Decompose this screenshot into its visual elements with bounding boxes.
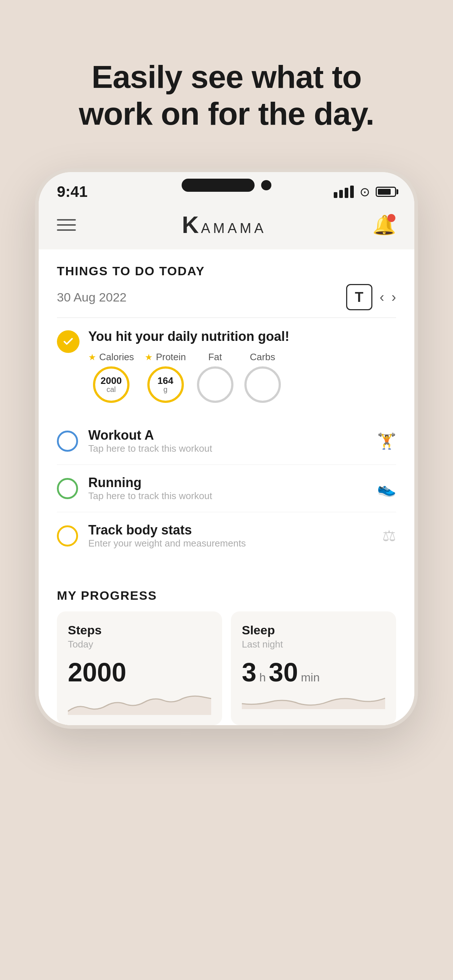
steps-card-title: Steps [68, 623, 211, 637]
macro-protein-label: ★ Protein [145, 352, 186, 363]
signal-bar-1 [334, 192, 337, 198]
check-icon [62, 336, 74, 347]
macro-calories-label: ★ Calories [88, 352, 134, 363]
calories-unit: cal [107, 385, 116, 394]
protein-value: 164 [158, 376, 173, 385]
calories-circle: 2000 cal [93, 366, 129, 403]
hamburger-line-1 [57, 219, 76, 221]
status-bar: 9:41 ⊙ [39, 172, 414, 204]
hamburger-line-2 [57, 224, 76, 226]
carbs-label-text: Carbs [250, 352, 275, 363]
sleep-hours: 3 [242, 657, 257, 687]
status-icons: ⊙ [334, 185, 396, 199]
sleep-minutes: 30 [269, 657, 298, 687]
body-stats-circle [57, 525, 78, 547]
date-nav: T ‹ › [346, 284, 396, 310]
hero-line2: work on for the day. [79, 95, 374, 132]
sleep-hours-unit: h [259, 671, 266, 684]
date-label: 30 Aug 2022 [57, 290, 126, 304]
protein-circle: 164 g [147, 366, 184, 403]
status-time: 9:41 [57, 183, 88, 200]
signal-bar-2 [339, 190, 343, 198]
macros-row: ★ Calories 2000 cal ★ Protein [88, 352, 396, 403]
sleep-card[interactable]: Sleep Last night 3 h 30 min [231, 611, 396, 725]
macro-carbs: Carbs [244, 352, 281, 403]
phone-frame: 9:41 ⊙ KAMAMA 🔔 [35, 169, 418, 729]
notification-dot [388, 214, 396, 222]
today-section-title: THINGS TO DO TODAY [57, 264, 396, 278]
steps-card[interactable]: Steps Today 2000 [57, 611, 222, 725]
nutrition-check [57, 330, 80, 353]
app-header: KAMAMA 🔔 [39, 204, 414, 250]
sleep-card-title: Sleep [242, 623, 385, 637]
macro-fat-label: Fat [208, 352, 222, 363]
prev-day-button[interactable]: ‹ [380, 290, 384, 305]
workout-a-icon: 🏋 [377, 432, 396, 450]
workout-a-name: Workout A [88, 428, 367, 443]
body-stats-sub: Enter your weight and measurements [88, 538, 372, 549]
hero-line1: Easily see what to [91, 59, 362, 95]
protein-unit: g [163, 385, 167, 394]
today-button[interactable]: T [346, 284, 372, 310]
date-row: 30 Aug 2022 T ‹ › [57, 284, 396, 318]
macro-calories: ★ Calories 2000 cal [88, 352, 134, 403]
steps-card-subtitle: Today [68, 639, 211, 650]
running-item[interactable]: Running Tap here to track this workout 👟 [57, 465, 396, 512]
sleep-wave-chart [242, 687, 385, 709]
battery-fill [378, 189, 391, 195]
logo-k: K [182, 212, 201, 238]
progress-section: MY PROGRESS Steps Today 2000 Sleep Last … [39, 574, 414, 725]
steps-wave-chart [68, 693, 211, 715]
signal-bars [334, 186, 354, 198]
nutrition-content: You hit your daily nutrition goal! ★ Cal… [88, 329, 396, 403]
notification-button[interactable]: 🔔 [372, 214, 396, 236]
body-stats-icon: ⚖ [382, 527, 396, 545]
calories-value: 2000 [100, 376, 122, 385]
progress-cards: Steps Today 2000 Sleep Last night 3 h 30… [57, 611, 396, 725]
running-info: Running Tap here to track this workout [88, 475, 367, 502]
steps-card-value: 2000 [68, 657, 211, 687]
hero-text: Easily see what to work on for the day. [49, 0, 404, 161]
workout-a-item[interactable]: Workout A Tap here to track this workout… [57, 417, 396, 465]
calories-label-text: Calories [99, 352, 134, 363]
notch [182, 179, 271, 192]
progress-section-title: MY PROGRESS [57, 589, 396, 603]
running-name: Running [88, 475, 367, 490]
hamburger-line-3 [57, 229, 76, 231]
sleep-value: 3 h 30 min [242, 657, 385, 687]
sleep-card-subtitle: Last night [242, 639, 385, 650]
running-circle [57, 478, 78, 499]
app-logo: KAMAMA [182, 212, 266, 239]
star-icon: ★ [88, 352, 96, 363]
signal-bar-3 [345, 188, 348, 198]
workout-a-info: Workout A Tap here to track this workout [88, 428, 367, 454]
carbs-circle [244, 366, 281, 403]
fat-label-text: Fat [208, 352, 222, 363]
macro-protein: ★ Protein 164 g [145, 352, 186, 403]
battery-icon [376, 187, 396, 197]
signal-bar-4 [350, 186, 354, 198]
body-stats-item[interactable]: Track body stats Enter your weight and m… [57, 512, 396, 559]
body-stats-name: Track body stats [88, 522, 372, 538]
fat-circle [197, 366, 233, 403]
macro-carbs-label: Carbs [250, 352, 275, 363]
hamburger-menu[interactable] [57, 219, 76, 231]
sleep-minutes-unit: min [301, 671, 320, 684]
body-stats-info: Track body stats Enter your weight and m… [88, 522, 372, 549]
running-icon: 👟 [377, 479, 396, 497]
macro-fat: Fat [197, 352, 233, 403]
running-sub: Tap here to track this workout [88, 490, 367, 502]
star-icon-2: ★ [145, 352, 153, 363]
app-content: THINGS TO DO TODAY 30 Aug 2022 T ‹ › You… [39, 250, 414, 574]
workout-a-circle [57, 431, 78, 452]
notch-dot [261, 180, 271, 190]
notch-pill [182, 179, 255, 192]
logo-name: AMAMA [201, 221, 266, 236]
nutrition-title: You hit your daily nutrition goal! [88, 329, 396, 344]
workout-a-sub: Tap here to track this workout [88, 443, 367, 454]
wifi-icon: ⊙ [360, 185, 370, 199]
next-day-button[interactable]: › [391, 290, 396, 305]
protein-label-text: Protein [156, 352, 186, 363]
nutrition-goal-row[interactable]: You hit your daily nutrition goal! ★ Cal… [57, 329, 396, 403]
